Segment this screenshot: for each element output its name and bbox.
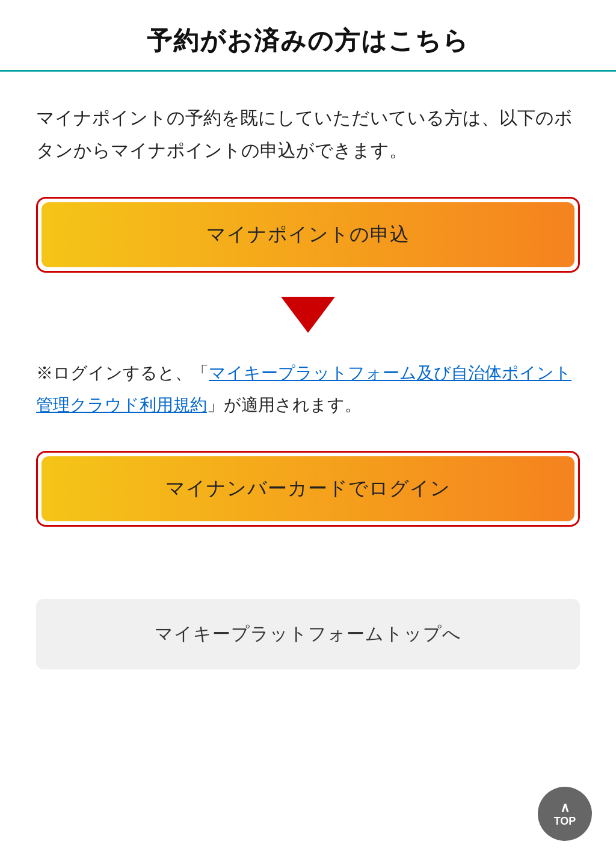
notice-text: ※ログインすると、「マイキープラットフォーム及び自治体ポイント管理クラウド利用規… xyxy=(36,357,580,421)
arrow-container xyxy=(36,297,580,333)
top-button-label: TOP xyxy=(554,816,576,826)
chevron-up-icon: ∧ xyxy=(560,801,570,814)
top-nav-button-wrapper: マイキープラットフォームトップへ xyxy=(36,599,580,669)
down-arrow-icon xyxy=(281,297,335,333)
top-nav-button[interactable]: マイキープラットフォームトップへ xyxy=(40,603,576,666)
description-text: マイナポイントの予約を既にしていただいている方は、以下のボタンからマイナポイント… xyxy=(36,102,580,167)
page-container: 予約がお済みの方はこちら マイナポイントの予約を既にしていただいている方は、以下… xyxy=(0,0,616,865)
header-section: 予約がお済みの方はこちら xyxy=(0,0,616,72)
apply-button[interactable]: マイナポイントの申込 xyxy=(42,202,574,267)
login-button-wrapper: マイナンバーカードでログイン xyxy=(36,451,580,527)
scroll-to-top-button[interactable]: ∧ TOP xyxy=(538,787,592,841)
notice-prefix: ※ログインすると、「 xyxy=(36,364,209,382)
notice-suffix: 」が適用されます。 xyxy=(207,395,362,414)
login-button[interactable]: マイナンバーカードでログイン xyxy=(42,456,574,521)
apply-button-wrapper: マイナポイントの申込 xyxy=(36,197,580,273)
content-section: マイナポイントの予約を既にしていただいている方は、以下のボタンからマイナポイント… xyxy=(0,72,616,718)
page-title: 予約がお済みの方はこちら xyxy=(24,24,592,58)
